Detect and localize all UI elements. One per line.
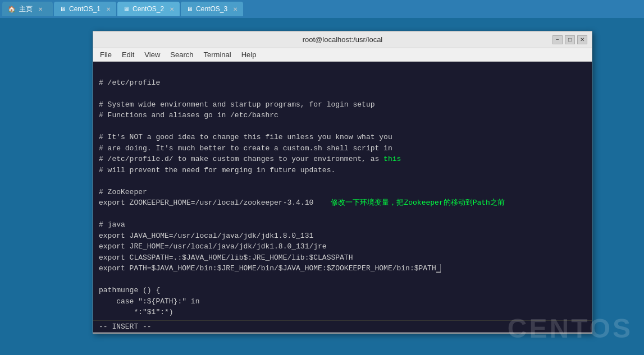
- terminal-titlebar: root@localhost:/usr/local − □ ✕: [93, 31, 592, 48]
- tab-centos1-close[interactable]: ✕: [106, 6, 111, 12]
- menu-bar: File Edit View Search Terminal Help: [93, 48, 592, 62]
- menu-edit[interactable]: Edit: [117, 49, 139, 60]
- centos2-icon: 🖥: [123, 6, 129, 12]
- line-14: # java: [99, 220, 125, 229]
- line-21: case ":${PATH}:" in: [99, 297, 199, 306]
- tab-home[interactable]: 🏠 主页 ✕: [2, 2, 53, 16]
- centos1-icon: 🖥: [60, 6, 66, 12]
- line-15: export JAVA_HOME=/usr/local/java/jdk/jdk…: [99, 232, 313, 240]
- minimize-button[interactable]: −: [552, 35, 563, 44]
- tab-centos2-label: CentOS_2: [133, 5, 164, 13]
- line-16: export JRE_HOME=/usr/local/java/jdk/jdk1…: [99, 242, 327, 251]
- terminal-window: root@localhost:/usr/local − □ ✕ File Edi…: [93, 31, 592, 334]
- tab-home-label: 主页: [19, 4, 33, 14]
- annotation-text: 修改一下环境变量，把Zookeeper的移动到Path之前: [331, 199, 504, 207]
- insert-mode: -- INSERT --: [99, 321, 152, 333]
- line-3: # System wide environment and startup pr…: [99, 100, 374, 109]
- bg-watermark: CENTOS: [508, 313, 633, 344]
- line-6: # It's NOT a good idea to change this fi…: [99, 133, 392, 141]
- tab-home-close[interactable]: ✕: [38, 6, 43, 12]
- tab-centos1-label: CentOS_1: [69, 5, 101, 13]
- tab-centos3-label: CentOS_3: [196, 5, 227, 13]
- annotation-this: this: [383, 155, 401, 163]
- menu-terminal[interactable]: Terminal: [199, 49, 236, 60]
- line-12: export ZOOKEEPER_HOME=/usr/local/zookeep…: [99, 199, 505, 207]
- line-8: # /etc/profile.d/ to make custom changes…: [99, 155, 401, 163]
- tab-centos2[interactable]: 🖥 CentOS_2 ✕: [117, 2, 180, 16]
- tab-centos3[interactable]: 🖥 CentOS_3 ✕: [181, 2, 243, 16]
- tab-centos3-close[interactable]: ✕: [233, 6, 237, 12]
- line-17: export CLASSPATH=.:$JAVA_HOME/lib$:JRE_H…: [99, 253, 353, 262]
- line-7: # are doing. It's much better to create …: [99, 144, 392, 153]
- terminal-title: root@localhost:/usr/local: [303, 35, 383, 44]
- menu-file[interactable]: File: [95, 49, 116, 60]
- tab-centos1[interactable]: 🖥 CentOS_1 ✕: [54, 2, 116, 16]
- centos3-icon: 🖥: [186, 6, 193, 12]
- window-controls: − □ ✕: [552, 35, 587, 44]
- close-button[interactable]: ✕: [577, 35, 587, 44]
- menu-search[interactable]: Search: [166, 49, 198, 60]
- line-11: # ZooKeeper: [99, 188, 147, 196]
- line-20: pathmunge () {: [99, 286, 160, 294]
- taskbar: 🏠 主页 ✕ 🖥 CentOS_1 ✕ 🖥 CentOS_2 ✕ 🖥 CentO…: [0, 0, 644, 18]
- tab-centos2-close[interactable]: ✕: [170, 6, 174, 12]
- maximize-button[interactable]: □: [565, 35, 575, 44]
- line-9: # will prevent the need for merging in f…: [99, 166, 335, 174]
- line-4: # Functions and aliases go in /etc/bashr…: [99, 111, 278, 119]
- home-icon: 🏠: [8, 6, 16, 13]
- line-18: export PATH=$JAVA_HOME/bin:$JRE_HOME/bin…: [99, 264, 441, 273]
- line-1: # /etc/profile: [99, 79, 160, 87]
- terminal-content[interactable]: # /etc/profile # System wide environment…: [93, 62, 592, 333]
- menu-view[interactable]: View: [140, 49, 165, 60]
- line-22: *:"$1":*): [99, 308, 173, 316]
- menu-help[interactable]: Help: [237, 49, 261, 60]
